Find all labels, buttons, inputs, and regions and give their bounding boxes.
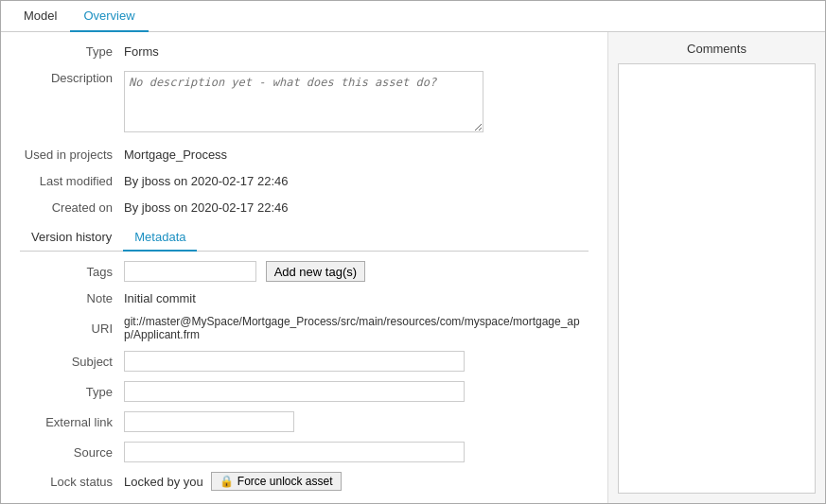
type-row: Type Forms — [20, 42, 589, 59]
external-link-label: External link — [20, 415, 124, 429]
type-value: Forms — [124, 42, 589, 59]
last-modified-row: Last modified By jboss on 2020-02-17 22:… — [20, 171, 589, 188]
sub-tabs-bar: Version history Metadata — [20, 224, 589, 252]
lock-status-value: Locked by you 🔒 Force unlock asset — [124, 472, 589, 491]
external-link-row: External link — [20, 411, 589, 432]
description-textarea[interactable] — [124, 71, 483, 132]
external-link-value — [124, 411, 589, 432]
main-window: Model Overview Type Forms Description Us… — [0, 0, 826, 504]
locked-by-text: Locked by you — [124, 475, 203, 489]
note-label: Note — [20, 291, 124, 305]
force-unlock-label: Force unlock asset — [237, 475, 333, 488]
source-value — [124, 442, 589, 462]
left-panel: Type Forms Description Used in projects … — [1, 32, 607, 503]
source-input[interactable] — [124, 442, 465, 462]
main-content-area: Type Forms Description Used in projects … — [1, 32, 825, 503]
meta-type-input[interactable] — [124, 381, 465, 402]
force-unlock-button[interactable]: 🔒 Force unlock asset — [211, 472, 342, 491]
uri-row: URI git://master@MySpace/Mortgage_Proces… — [20, 315, 589, 341]
tab-version-history[interactable]: Version history — [20, 224, 123, 252]
tags-value-area: Add new tag(s) — [124, 261, 589, 282]
subject-input[interactable] — [124, 351, 465, 372]
used-in-projects-label: Used in projects — [20, 145, 124, 162]
tags-row: Tags Add new tag(s) — [20, 261, 589, 282]
lock-status-row: Lock status Locked by you 🔒 Force unlock… — [20, 472, 589, 491]
tab-metadata[interactable]: Metadata — [123, 224, 197, 252]
meta-type-label: Type — [20, 385, 124, 399]
description-row: Description — [20, 68, 589, 135]
created-on-value: By jboss on 2020-02-17 22:46 — [124, 198, 589, 215]
used-in-projects-row: Used in projects Mortgage_Process — [20, 145, 589, 162]
comments-textarea[interactable] — [618, 63, 816, 494]
subject-row: Subject — [20, 351, 589, 372]
lock-icon: 🔒 — [220, 475, 234, 488]
last-modified-label: Last modified — [20, 171, 124, 188]
tags-input[interactable] — [124, 261, 256, 282]
subject-label: Subject — [20, 355, 124, 369]
description-label: Description — [20, 68, 124, 85]
last-modified-value: By jboss on 2020-02-17 22:46 — [124, 171, 589, 188]
uri-value: git://master@MySpace/Mortgage_Process/sr… — [124, 315, 589, 341]
created-on-label: Created on — [20, 198, 124, 215]
note-value: Initial commit — [124, 291, 589, 305]
right-panel: Comments — [607, 32, 825, 503]
note-row: Note Initial commit — [20, 291, 589, 305]
top-tabs-bar: Model Overview — [1, 1, 825, 32]
tab-overview[interactable]: Overview — [70, 1, 148, 32]
tags-label: Tags — [20, 265, 124, 279]
source-row: Source — [20, 442, 589, 462]
source-label: Source — [20, 445, 124, 460]
type-label: Type — [20, 42, 124, 59]
meta-type-value — [124, 381, 589, 402]
subject-value — [124, 351, 589, 372]
comments-title: Comments — [618, 42, 816, 56]
created-on-row: Created on By jboss on 2020-02-17 22:46 — [20, 198, 589, 215]
used-in-projects-value: Mortgage_Process — [124, 145, 589, 162]
external-link-input[interactable] — [124, 411, 294, 432]
uri-label: URI — [20, 322, 124, 336]
add-tag-button[interactable]: Add new tag(s) — [266, 261, 365, 282]
tab-model[interactable]: Model — [10, 1, 70, 32]
description-field-wrapper — [124, 68, 589, 135]
meta-type-row: Type — [20, 381, 589, 402]
lock-status-label: Lock status — [20, 475, 124, 489]
